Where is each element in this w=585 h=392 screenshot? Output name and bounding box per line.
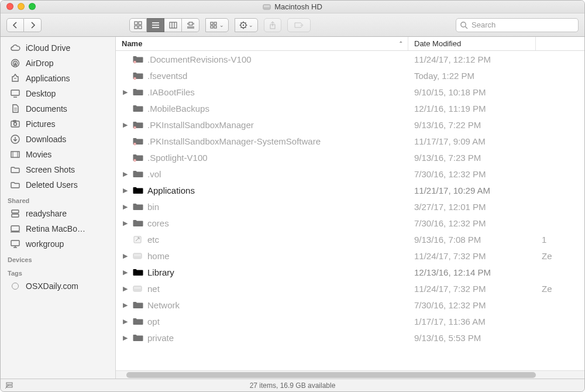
- sidebar-item-documents[interactable]: Documents: [1, 101, 115, 116]
- disclosure-triangle-icon[interactable]: ▶: [122, 252, 129, 260]
- file-row[interactable]: ▶ .PKInstallSandboxManager 9/13/16, 7:22…: [116, 116, 584, 133]
- disclosure-triangle-icon[interactable]: ▶: [122, 334, 129, 342]
- disclosure-triangle-icon[interactable]: ▶: [122, 301, 129, 309]
- file-row[interactable]: ▶ opt 1/17/17, 11:36 AM: [116, 313, 584, 329]
- icon-view-button[interactable]: [129, 18, 147, 32]
- file-icon: [132, 316, 144, 326]
- disclosure-triangle-icon[interactable]: ▶: [122, 219, 129, 227]
- file-row[interactable]: ▶ home 11/24/17, 7:32 PM Ze: [116, 247, 584, 264]
- file-row[interactable]: ▶ bin 3/27/17, 12:01 PM: [116, 198, 584, 215]
- folder-icon: [10, 164, 20, 175]
- path-button-icon[interactable]: [5, 381, 13, 391]
- file-name-cell: ▶ Applications: [116, 185, 408, 195]
- file-name-label: cores: [147, 218, 169, 228]
- file-row[interactable]: etc 9/13/16, 7:08 PM 1: [116, 231, 584, 247]
- file-date-cell: 9/13/16, 5:53 PM: [408, 333, 536, 343]
- list-view-button[interactable]: [147, 18, 164, 32]
- sidebar-item-deleted users[interactable]: Deleted Users: [1, 177, 115, 192]
- sidebar-item-label: Applications: [26, 74, 70, 83]
- tags-button[interactable]: [287, 18, 311, 32]
- sidebar-item-label: AirDrop: [26, 59, 53, 68]
- horizontal-scroll-thumb[interactable]: [126, 372, 536, 378]
- file-name-label: opt: [147, 317, 160, 326]
- file-row[interactable]: ▶ net 11/24/17, 7:32 PM Ze: [116, 280, 584, 297]
- file-extra-cell: 1: [536, 235, 584, 245]
- status-bar: 27 items, 16.9 GB available: [1, 379, 584, 391]
- file-list[interactable]: .DocumentRevisions-V100 11/24/17, 12:12 …: [116, 51, 584, 370]
- file-row[interactable]: ▶ cores 7/30/16, 12:32 PM: [116, 215, 584, 231]
- disclosure-triangle-icon[interactable]: ▶: [122, 121, 129, 129]
- sidebar-item-airdrop[interactable]: AirDrop: [1, 56, 115, 71]
- sidebar-section-devices: Devices: [1, 252, 115, 265]
- sidebar-item-downloads[interactable]: Downloads: [1, 132, 115, 147]
- action-group: ⌄: [235, 18, 258, 32]
- sidebar-item-applications[interactable]: Applications: [1, 71, 115, 86]
- file-row[interactable]: .PKInstallSandboxManager-SystemSoftware …: [116, 133, 584, 149]
- file-row[interactable]: .fseventsd Today, 1:22 PM: [116, 67, 584, 84]
- file-icon: [132, 136, 144, 146]
- disclosure-triangle-icon[interactable]: ▶: [122, 285, 129, 293]
- window-title: Macintosh HD: [263, 2, 322, 11]
- file-date-cell: 9/13/16, 7:08 PM: [408, 235, 536, 245]
- file-row[interactable]: ▶ Network 7/30/16, 12:32 PM: [116, 297, 584, 313]
- file-date-cell: 9/13/16, 7:22 PM: [408, 120, 536, 130]
- sidebar-item-retina-macbo-[interactable]: Retina MacBo…: [1, 221, 115, 236]
- action-button[interactable]: ⌄: [235, 18, 258, 32]
- sidebar-item-screen shots[interactable]: Screen Shots: [1, 162, 115, 177]
- status-text: 27 items, 16.9 GB available: [250, 381, 336, 390]
- forward-button[interactable]: [24, 18, 42, 32]
- file-name-cell: ▶ private: [116, 332, 408, 343]
- window-body: iCloud Drive AirDrop Applications Deskto…: [1, 37, 584, 379]
- column-header-name[interactable]: Name ˆ: [116, 37, 408, 50]
- column-header-date[interactable]: Date Modified: [408, 37, 536, 50]
- sidebar-item-desktop[interactable]: Desktop: [1, 86, 115, 101]
- back-button[interactable]: [6, 18, 24, 32]
- share-button[interactable]: [264, 18, 281, 32]
- search-input[interactable]: [456, 18, 579, 32]
- disclosure-triangle-icon[interactable]: ▶: [122, 88, 129, 96]
- svg-rect-2: [135, 22, 137, 25]
- svg-line-34: [465, 26, 467, 29]
- file-row[interactable]: .MobileBackups 12/1/16, 11:19 PM: [116, 100, 584, 116]
- sidebar-item-label: workgroup: [26, 239, 64, 249]
- nav-buttons: [6, 18, 42, 32]
- docs-icon: [10, 104, 20, 114]
- sidebar-item-label: iCloud Drive: [26, 43, 70, 53]
- file-icon: [132, 103, 144, 114]
- disclosure-triangle-icon[interactable]: ▶: [122, 269, 129, 276]
- sidebar[interactable]: iCloud Drive AirDrop Applications Deskto…: [1, 37, 116, 379]
- svg-line-29: [241, 27, 242, 28]
- sidebar-tag-item[interactable]: OSXDaily.com: [1, 278, 115, 294]
- file-row[interactable]: ▶ Library 12/13/16, 12:14 PM: [116, 264, 584, 280]
- column-view-button[interactable]: [164, 18, 182, 32]
- search-icon: [460, 21, 468, 29]
- close-window-button[interactable]: [6, 3, 13, 10]
- disclosure-triangle-icon[interactable]: ▶: [122, 318, 129, 325]
- file-row[interactable]: ▶ .vol 7/30/16, 12:32 PM: [116, 166, 584, 182]
- file-row[interactable]: ▶ private 9/13/16, 5:53 PM: [116, 329, 584, 346]
- disclosure-triangle-icon[interactable]: ▶: [122, 187, 129, 194]
- sidebar-item-readyshare[interactable]: readyshare: [1, 206, 115, 221]
- file-icon: [132, 201, 144, 212]
- sidebar-item-pictures[interactable]: Pictures: [1, 116, 115, 132]
- main-content: Name ˆ Date Modified .DocumentRevisions-…: [116, 37, 584, 379]
- column-header-extra[interactable]: [536, 37, 584, 50]
- file-row[interactable]: .Spotlight-V100 9/13/16, 7:23 PM: [116, 149, 584, 166]
- sidebar-item-movies[interactable]: Movies: [1, 147, 115, 162]
- coverflow-view-button[interactable]: [182, 18, 199, 32]
- file-icon: [132, 250, 144, 261]
- pictures-icon: [10, 119, 20, 129]
- disclosure-triangle-icon[interactable]: ▶: [122, 170, 129, 178]
- file-name-label: bin: [147, 202, 159, 212]
- disclosure-triangle-icon[interactable]: ▶: [122, 203, 129, 211]
- file-row[interactable]: .DocumentRevisions-V100 11/24/17, 12:12 …: [116, 51, 584, 67]
- minimize-window-button[interactable]: [18, 3, 25, 10]
- horizontal-scrollbar[interactable]: [116, 370, 584, 379]
- zoom-window-button[interactable]: [29, 3, 36, 10]
- arrange-button[interactable]: ⌄: [205, 18, 229, 32]
- file-row[interactable]: ▶ .IABootFiles 9/10/15, 10:18 PM: [116, 84, 584, 100]
- sidebar-item-icloud drive[interactable]: iCloud Drive: [1, 40, 115, 56]
- file-row[interactable]: ▶ Applications 11/21/17, 10:29 AM: [116, 182, 584, 198]
- sidebar-item-workgroup[interactable]: workgroup: [1, 236, 115, 252]
- svg-rect-54: [11, 240, 19, 246]
